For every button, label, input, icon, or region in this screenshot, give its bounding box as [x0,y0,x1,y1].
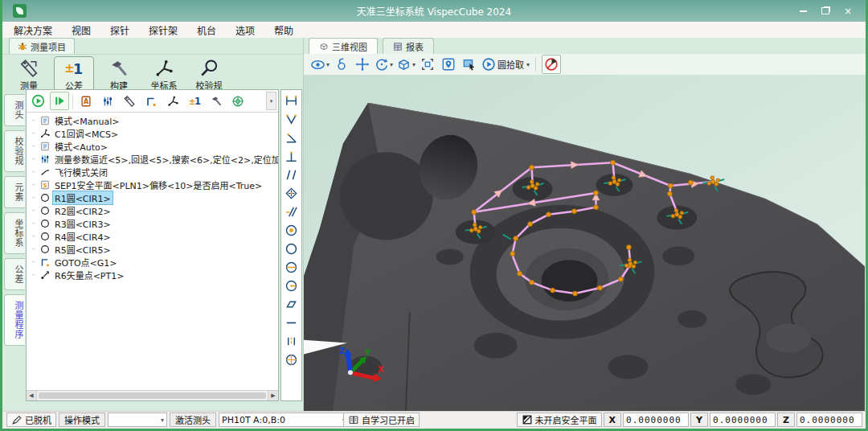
tab-measurement-project[interactable]: 测量项目 [9,38,75,54]
menu-view[interactable]: 视图 [72,23,91,37]
tree-item[interactable]: ··R3圆<CIR3> [27,217,278,230]
menu-options[interactable]: 选项 [235,23,255,37]
active-probe-select[interactable]: PH10T A:0,B:0▾ [219,413,349,427]
tolerance-roundness-button[interactable] [282,240,301,257]
angle-icon [285,131,298,145]
locate-button[interactable] [440,55,457,73]
menu-probe-rack[interactable]: 探针架 [149,23,178,37]
tree-item[interactable]: ··模式<Auto> [27,140,278,153]
tree-item[interactable]: ··C1回调<MCS> [27,127,278,140]
tolerance-distance-button[interactable] [282,92,301,109]
ribbon-tolerance-button[interactable]: 公差 [54,56,94,94]
gauge-tool-button[interactable] [228,92,248,110]
angle-between-icon [285,113,298,126]
tree-item[interactable]: ··测量参数逼近<5>,回退<5>,搜索<6>,定位<2>,定位加<2>,测量 [27,153,278,166]
tree-item[interactable]: ··R2圆<CIR2> [27,204,278,217]
tree-item[interactable]: ··GOTO点<G1> [27,256,278,269]
run-step-button[interactable] [50,92,69,110]
roundness-icon [285,242,298,256]
run-button[interactable] [28,92,47,110]
side-tab-program[interactable]: 测量程序 [4,294,25,346]
side-tab-tolerance[interactable]: 公差 [4,258,25,290]
measure-tool-button[interactable] [120,92,139,110]
cube-icon [319,42,329,51]
tolerance-true-position-button[interactable] [282,351,301,368]
view-cube-button[interactable]: ▾ [396,55,416,73]
coord-y-value: 0.0000000 [710,413,776,427]
tree-item[interactable]: ··SEP1安全平面<PLN1>偏移<10>是否启用<True> [27,179,278,191]
circle-icon [39,231,51,242]
operation-mode-select[interactable]: ▾ [108,413,167,427]
rotate-view-button[interactable] [333,55,350,73]
tolerance-parallelism-button[interactable] [282,166,301,183]
pen-icon [11,414,23,425]
tolerance-perpendicularity-button[interactable] [282,147,301,165]
tolerance-angularity-button[interactable] [282,203,301,220]
emergency-stop-button[interactable] [542,55,561,74]
auto-doc-button[interactable] [76,92,96,110]
menu-probe[interactable]: 探针 [110,23,129,37]
tolerance-angle-button[interactable] [282,129,301,146]
safety-plane-icon [522,414,533,425]
tolerance-tool-button[interactable] [185,92,204,110]
circle-icon [39,192,51,203]
scroll-right-arrow[interactable]: ▶ [268,391,278,400]
tolerance-symmetry-circle-button[interactable] [282,258,301,276]
ribbon-measure-button[interactable]: 测量 [9,56,49,94]
symmetry-circle-icon [285,261,298,274]
side-tab-gauge[interactable]: 校验规 [4,130,25,172]
safety-plane-status: 未开启安全平面 [517,413,602,427]
side-tab-probe[interactable]: 测头 [4,94,25,126]
menu-machine[interactable]: 机台 [197,23,216,37]
title-bar[interactable]: 天准三坐标系统 VispecCube 2024 × [0,0,868,22]
mode-icon [39,115,51,126]
minimize-button[interactable] [797,6,809,17]
vector-point-icon [39,269,51,281]
step-play-icon [53,94,67,108]
tolerance-straightness-button[interactable] [282,314,301,331]
tree-item[interactable]: ··飞行模式关闭 [27,166,278,179]
tolerance-flatness-button[interactable] [282,295,301,313]
true-position-icon [285,353,298,367]
tree-horizontal-scrollbar[interactable]: ◀ ▶ [27,390,278,400]
straightness-icon [285,316,298,330]
toolbar-overflow-button[interactable]: ▾ [266,92,276,110]
tolerance-runout-button[interactable] [282,277,301,294]
tolerance-symmetry-button[interactable] [282,332,301,350]
coordsys-tool-button[interactable] [163,92,182,110]
circle-pick-button[interactable]: 圆拾取 ▾ [481,55,530,73]
tolerance-position-button[interactable] [282,184,301,202]
pan-view-button[interactable] [354,55,371,73]
tree-item-selected[interactable]: ··R1圆<CIR1> [27,191,278,204]
select-window-button[interactable] [461,55,478,73]
scroll-left-arrow[interactable]: ◀ [27,391,37,400]
circle-icon [39,244,51,255]
tolerance-angle-between-button[interactable] [282,110,301,128]
ribbon-gauge-button[interactable]: 校验规 [189,56,229,94]
menu-help[interactable]: 帮助 [274,23,293,37]
tab-report[interactable]: 报表 [383,38,434,54]
construct-tool-button[interactable] [207,92,226,110]
fit-view-button[interactable] [419,55,436,73]
rotate-mode-button[interactable]: ▾ [375,55,393,73]
tree-item[interactable]: ··R6矢量点<PT1> [27,269,278,281]
side-tab-element[interactable]: 元素 [4,176,25,208]
tree-item[interactable]: ··R4圆<CIR4> [27,230,278,243]
operation-mode-label: 操作模式 [59,413,105,427]
menu-solution[interactable]: 解决方案 [14,23,52,37]
viewport-3d[interactable]: X Y Z [304,75,866,412]
ribbon-coordsys-button[interactable]: 坐标系 [144,56,184,94]
tree-item[interactable]: ··R5圆<CIR5> [27,243,278,256]
view-visibility-button[interactable]: ▾ [310,55,330,73]
caliper-icon [123,95,136,108]
close-button[interactable]: × [842,6,854,17]
side-tab-coordsys[interactable]: 坐标系 [4,212,25,254]
tree-item[interactable]: ··模式<Manual> [27,114,278,127]
tab-3d-view[interactable]: 三维视图 [309,38,378,54]
goto-tool-button[interactable] [141,92,161,110]
tolerance-concentricity-button[interactable] [282,221,301,239]
maximize-button[interactable] [820,6,831,17]
measure-params-button[interactable] [98,92,117,110]
scroll-thumb[interactable] [39,392,266,399]
ribbon-construct-button[interactable]: 构建 [99,56,139,94]
